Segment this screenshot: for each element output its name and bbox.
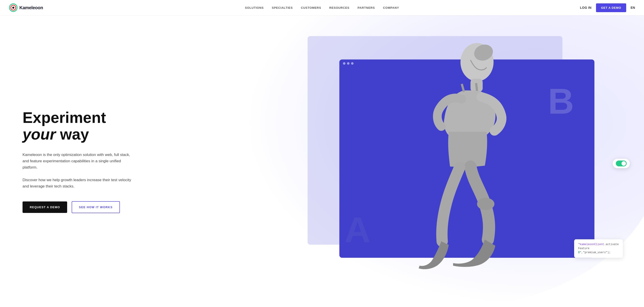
hero-section: Experiment your way Kameleoon is the onl… <box>0 0 644 307</box>
hero-description-2: Discover how we help growth leaders incr… <box>22 177 135 190</box>
nav-link-solutions[interactable]: SOLUTIONS <box>245 6 264 9</box>
code-snippet-widget: "kameleoonClient.activate Feature B","pr… <box>574 240 623 258</box>
nav-link-company[interactable]: COMPANY <box>383 6 399 9</box>
nav-link-customers[interactable]: CUSTOMERS <box>301 6 321 9</box>
toggle-track <box>616 160 627 166</box>
code-line-1: "kameleoonClient.activate <box>578 243 619 247</box>
see-how-button[interactable]: SEE HOW IT WORKS <box>72 201 120 213</box>
hero-description-1: Kameleoon is the only optimization solut… <box>22 152 135 171</box>
hero-title: Experiment your way <box>22 109 354 143</box>
window-dot-2 <box>347 62 350 65</box>
runner-image <box>354 23 548 284</box>
toggle-thumb <box>622 161 626 166</box>
nav-link-specialties[interactable]: SPECIALTIES <box>272 6 293 9</box>
nav-actions: LOG IN GET A DEMO EN <box>580 3 635 12</box>
toggle-widget <box>613 159 630 168</box>
login-button[interactable]: LOG IN <box>580 6 592 9</box>
window-dot-1 <box>343 62 346 65</box>
navbar: Kameleoon SOLUTIONS SPECIALTIES CUSTOMER… <box>0 0 644 15</box>
logo-icon <box>9 3 18 12</box>
nav-link-resources[interactable]: RESOURCES <box>329 6 350 9</box>
nav-links: SOLUTIONS SPECIALTIES CUSTOMERS RESOURCE… <box>245 6 399 9</box>
code-line-3: B","premium_users"); <box>578 251 619 255</box>
svg-point-5 <box>477 198 494 210</box>
hero-cta-buttons: REQUEST A DEMO SEE HOW IT WORKS <box>22 201 354 213</box>
nav-link-partners[interactable]: PARTNERS <box>358 6 375 9</box>
request-demo-button[interactable]: REQUEST A DEMO <box>22 201 67 213</box>
hero-text-content: Experiment your way Kameleoon is the onl… <box>0 91 354 231</box>
b-letter-decoration: B <box>548 83 574 119</box>
get-demo-button[interactable]: GET A DEMO <box>596 3 626 12</box>
logo-text: Kameleoon <box>20 5 43 10</box>
svg-point-2 <box>12 7 14 9</box>
language-selector[interactable]: EN <box>631 6 635 9</box>
window-dot-3 <box>351 62 354 65</box>
code-line-2: Feature <box>578 247 619 251</box>
logo[interactable]: Kameleoon <box>9 3 43 12</box>
